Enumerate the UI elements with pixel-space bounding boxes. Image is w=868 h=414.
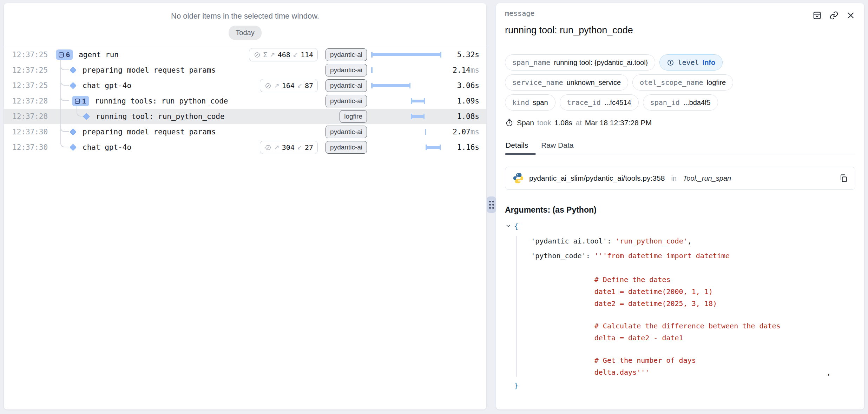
token-usage-badge: ↗304↙27 [260,141,318,154]
pill-span_name: span_namerunning tool: {pydantic_ai.tool… [505,54,655,71]
tokens-in-count: 87 [305,81,313,90]
trace-panel: No older items in the selected time wind… [4,3,487,410]
trace-row[interactable]: 12:37:256agent runΣ↗468↙114pydantic-ai5.… [4,47,486,62]
copy-icon[interactable] [839,174,848,183]
trace-rows: 12:37:256agent runΣ↗468↙114pydantic-ai5.… [4,47,486,155]
collapse-toggle[interactable]: 1 [72,96,89,106]
timeline-track [371,62,441,78]
pill-value: running tool: {pydantic_ai.tool} [554,59,648,67]
file-path: pydantic_ai_slim/pydantic_ai/tools.py:35… [529,174,665,182]
code-line: date1 = datetime(2000, 1, 1) [505,286,855,298]
source-tag: pydantic-ai [326,64,367,76]
trace-row[interactable]: 12:37:30preparing model request paramspy… [4,124,486,140]
span-name: chat gpt-4o [83,81,131,90]
tab-raw-data[interactable]: Raw Data [536,141,579,154]
collapse-toggle[interactable]: 6 [56,49,73,60]
code-line: { [505,219,855,234]
trace-row[interactable]: 12:37:25chat gpt-4o↗164↙87pydantic-ai3.0… [4,78,486,93]
span-name: preparing model request params [83,128,216,136]
tokens-in-arrow: ↙ [293,51,298,59]
timeline-track [371,109,441,124]
code-location[interactable]: pydantic_ai_slim/pydantic_ai/tools.py:35… [505,167,855,190]
timeline-bar [411,115,425,118]
pill-value: ...fc4514 [604,99,631,107]
record-kind-label: message [505,9,855,17]
span-name: chat gpt-4o [83,143,131,152]
row-duration: 1.09s [443,97,481,105]
summary-duration: 1.08s [554,119,572,127]
source-tag: pydantic-ai [326,79,367,92]
token-sum-icon: Σ [263,51,268,59]
timeline-track [371,124,441,140]
tokens-out-count: 468 [278,51,290,59]
tokens-icon [264,82,272,89]
tokens-out-arrow: ↗ [274,82,280,89]
link-icon[interactable] [829,11,839,20]
tab-details[interactable]: Details [505,141,536,154]
row-duration: 2.07ms [443,128,481,136]
row-duration: 1.08s [443,112,481,121]
tokens-in-arrow: ↙ [297,82,302,89]
tokens-in-count: 27 [305,143,313,152]
pill-span_id: span_id...bda4f5 [643,94,718,111]
pill-trace_id: trace_id...fc4514 [560,94,639,111]
tokens-out-count: 164 [282,81,295,90]
row-timestamp: 12:37:28 [4,112,50,121]
code-line: delta.days''', [505,366,855,378]
pill-value: Info [703,59,716,67]
timeline-track [371,47,441,62]
close-icon[interactable] [846,11,855,20]
span-name: running tools: run_python_code [95,97,228,105]
pill-key: otel_scope_name [640,78,703,87]
pill-value: unknown_service [567,79,621,87]
code-line: } [505,378,855,393]
source-tag: logfire [340,110,367,123]
span-diamond-icon [69,66,77,74]
empty-state-message: No older items in the selected time wind… [4,12,486,21]
summary-at: at [576,119,582,127]
code-line: delta = date2 - date1 [505,332,855,344]
pill-key: level [678,58,699,67]
detail-panel: message running tool: run_python_code sp… [496,3,864,410]
timeline-bar [371,53,441,56]
panel-resize-handle[interactable] [487,196,496,213]
dock-bottom-icon[interactable] [813,11,822,20]
span-diamond-icon [69,128,77,136]
timeline-track [371,78,441,93]
span-diamond-icon [83,113,90,120]
span-name: agent run [79,51,119,59]
pill-key: kind [512,98,529,107]
tokens-icon [264,144,272,151]
arguments-heading: Arguments: (as Python) [505,205,855,215]
timeline-bar [371,67,373,73]
token-usage-badge: ↗164↙87 [260,79,318,92]
trace-row[interactable]: 12:37:30chat gpt-4o↗304↙27pydantic-ai1.1… [4,140,486,155]
code-line: # Calculate the difference between the d… [505,320,855,332]
row-timestamp: 12:37:25 [4,81,50,90]
summary-timestamp: Mar 18 12:37:28 PM [585,119,652,127]
source-tag: pydantic-ai [326,141,367,154]
function-name: Tool._run_span [683,174,731,182]
arguments-code-block: { 'pydantic_ai.tool': 'run_python_code',… [505,219,855,393]
child-count: 1 [82,97,86,105]
pill-value: ...bda4f5 [683,99,711,107]
stopwatch-icon [505,118,514,127]
trace-row[interactable]: 12:37:25preparing model request paramspy… [4,62,486,78]
chevron-down-icon[interactable] [506,223,511,228]
pill-kind: kindspan [505,94,555,111]
token-usage-badge: Σ↗468↙114 [249,48,318,61]
row-duration: 3.06s [443,81,481,90]
summary-verb: took [537,119,551,127]
span-diamond-icon [69,143,77,151]
detail-header: message running tool: run_python_code [505,9,855,36]
timeline-bar [426,146,441,149]
today-button[interactable]: Today [229,26,261,40]
detail-tabs: Details Raw Data [505,141,855,154]
summary-subject: Span [517,119,534,127]
span-name: preparing model request params [83,66,216,74]
span-diamond-icon [69,82,77,89]
row-duration: 2.14ms [443,66,481,74]
row-timestamp: 12:37:28 [4,97,50,105]
source-tag: pydantic-ai [326,126,367,138]
code-blank-line [505,309,855,320]
